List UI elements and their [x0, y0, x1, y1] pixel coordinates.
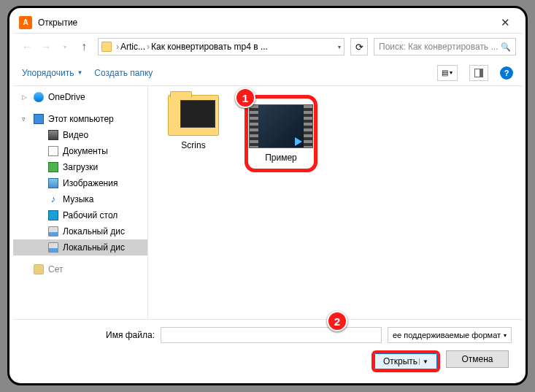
music-icon: ♪	[48, 194, 58, 204]
tree-videos[interactable]: Видео	[13, 127, 147, 143]
tree-downloads[interactable]: Загрузки	[13, 159, 147, 175]
file-open-dialog: A Открытие ✕ ← → ▾ ↑ › Artic... › Как ко…	[13, 12, 522, 380]
chevron-down-icon: ▼	[77, 69, 82, 76]
breadcrumb-segment[interactable]: Artic...	[120, 42, 145, 52]
collapse-icon[interactable]: ▿	[22, 115, 26, 123]
navigation-bar: ← → ▾ ↑ › Artic... › Как конвертировать …	[13, 34, 522, 60]
file-type-filter[interactable]: ее поддерживаемые формат ▾	[388, 327, 512, 343]
tree-documents[interactable]: Документы	[13, 143, 147, 159]
chevron-down-icon: ▼	[419, 358, 428, 365]
file-list[interactable]: Scrins Пример	[148, 86, 522, 319]
titlebar: A Открытие ✕	[13, 12, 522, 34]
video-icon	[48, 130, 58, 140]
folder-icon	[168, 95, 219, 136]
expand-icon[interactable]: ▷	[22, 93, 27, 101]
breadcrumb-segment[interactable]: Как конвертировать mp4 в ...	[151, 42, 268, 52]
annotation-marker-1: 1	[235, 88, 255, 108]
close-button[interactable]: ✕	[495, 16, 516, 29]
cloud-icon	[34, 92, 44, 102]
help-button[interactable]: ?	[500, 66, 513, 80]
folder-label: Scrins	[181, 140, 205, 150]
image-icon	[48, 178, 58, 188]
organize-button[interactable]: Упорядочить▼	[22, 68, 82, 78]
drive-icon	[48, 242, 58, 253]
tree-music[interactable]: ♪Музыка	[13, 191, 147, 207]
open-button[interactable]: Открыть ▼	[372, 350, 440, 372]
chevron-down-icon: ▾	[504, 332, 507, 339]
pane-icon	[474, 69, 483, 77]
tree-network[interactable]: Сет	[13, 261, 147, 277]
thumbnails-icon: ▤	[442, 69, 448, 77]
tree-drive-selected[interactable]: Локальный дис	[13, 239, 147, 255]
refresh-button[interactable]: ⟳	[350, 38, 368, 55]
annotation-marker-2: 2	[327, 311, 347, 331]
view-mode-button[interactable]: ▤▼	[437, 65, 458, 81]
search-icon: 🔍	[501, 42, 511, 52]
search-input[interactable]: Поиск: Как конвертировать ... 🔍	[374, 38, 516, 55]
back-button[interactable]: ←	[19, 39, 35, 55]
cancel-button[interactable]: Отмена	[446, 350, 509, 368]
filename-label: Имя файла:	[23, 330, 155, 340]
chevron-down-icon: ▼	[449, 70, 454, 75]
search-placeholder: Поиск: Как конвертировать ...	[379, 42, 498, 52]
address-bar[interactable]: › Artic... › Как конвертировать mp4 в ..…	[98, 38, 345, 55]
up-button[interactable]: ↑	[76, 39, 92, 55]
navigation-tree: ▷ OneDrive ▿ Этот компьютер Видео Докуме…	[13, 86, 148, 319]
forward-button[interactable]: →	[38, 39, 54, 55]
recent-dropdown[interactable]: ▾	[57, 39, 73, 55]
filename-input[interactable]	[161, 327, 382, 343]
desktop-icon	[48, 210, 58, 220]
command-bar: Упорядочить▼ Создать папку ▤▼ ?	[13, 60, 522, 86]
document-icon	[48, 146, 58, 156]
tree-onedrive[interactable]: ▷ OneDrive	[13, 89, 147, 105]
preview-pane-button[interactable]	[469, 65, 488, 81]
new-folder-button[interactable]: Создать папку	[94, 68, 153, 78]
folder-icon	[101, 42, 112, 52]
pc-icon	[34, 114, 44, 124]
tree-desktop[interactable]: Рабочий стол	[13, 207, 147, 223]
network-icon	[34, 264, 44, 274]
tree-this-pc[interactable]: ▿ Этот компьютер	[13, 111, 147, 127]
download-icon	[48, 162, 58, 172]
video-label: Пример	[265, 153, 297, 163]
folder-item[interactable]: Scrins	[157, 95, 230, 150]
address-dropdown-icon[interactable]: ▾	[338, 44, 341, 50]
tree-pictures[interactable]: Изображения	[13, 175, 147, 191]
play-icon	[295, 137, 302, 146]
app-icon: A	[19, 16, 32, 29]
bottom-panel: Имя файла: ее поддерживаемые формат ▾ От…	[13, 319, 522, 380]
tree-drive[interactable]: Локальный дис	[13, 223, 147, 239]
drive-icon	[48, 226, 58, 237]
video-file-item[interactable]: Пример	[245, 95, 317, 172]
dialog-title: Открытие	[38, 18, 495, 28]
video-thumbnail	[249, 104, 313, 148]
